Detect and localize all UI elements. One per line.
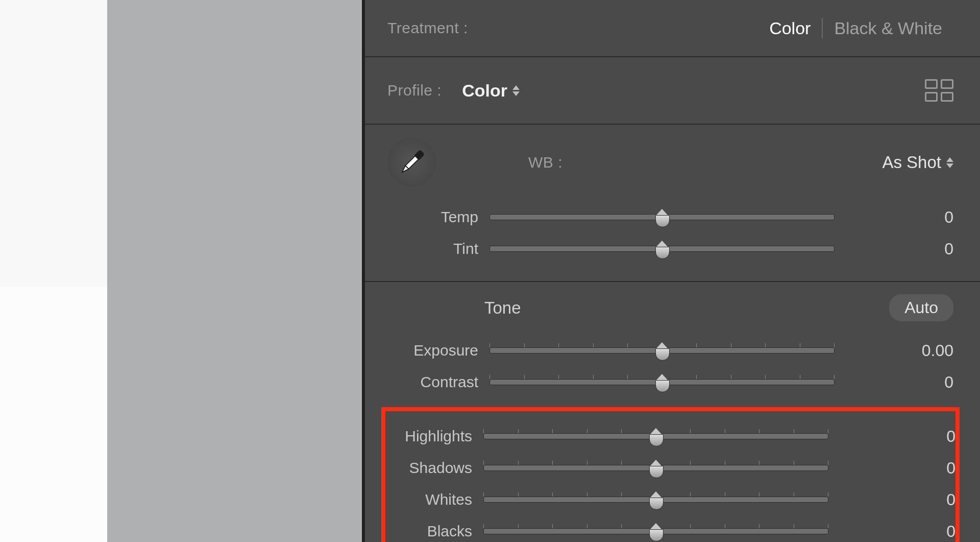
wb-preset-value: As Shot (882, 153, 941, 172)
temp-slider[interactable] (489, 214, 835, 220)
wb-label: WB : (528, 154, 562, 171)
svg-rect-1 (405, 156, 418, 169)
shadows-slider-handle[interactable] (649, 460, 663, 477)
tint-slider-row: Tint 0 (387, 233, 953, 265)
temp-slider-row: Temp 0 (387, 201, 953, 233)
whites-slider-handle[interactable] (649, 491, 663, 509)
highlights-slider-handle[interactable] (649, 428, 663, 445)
image-canvas[interactable] (0, 0, 365, 542)
blacks-label: Blacks (385, 523, 483, 540)
highlights-slider[interactable] (483, 433, 828, 439)
contrast-slider-handle[interactable] (655, 374, 669, 391)
shadows-label: Shadows (385, 459, 483, 477)
tone-section: Tone Auto Exposure 0.00 Contrast (365, 282, 980, 542)
exposure-slider-handle[interactable] (655, 342, 669, 360)
develop-panel: Treatment : Color Black & White Profile … (365, 0, 980, 542)
tint-value[interactable]: 0 (835, 240, 953, 258)
highlights-slider-row: Highlights 0 (385, 420, 955, 452)
shadows-value[interactable]: 0 (828, 459, 955, 478)
whites-slider[interactable] (483, 497, 828, 503)
whites-slider-row: Whites 0 (385, 484, 955, 515)
whites-value[interactable]: 0 (828, 490, 955, 509)
eyedropper-icon (394, 144, 430, 181)
treatment-color-button[interactable]: Color (758, 18, 822, 38)
exposure-slider-row: Exposure 0.00 (387, 335, 953, 366)
tint-slider-handle[interactable] (655, 241, 669, 258)
blacks-slider-handle[interactable] (649, 523, 663, 540)
profile-value: Color (462, 81, 507, 101)
profile-dropdown[interactable]: Color (462, 81, 520, 101)
treatment-bw-button[interactable]: Black & White (823, 18, 953, 38)
blacks-slider-row: Blacks 0 (385, 515, 955, 542)
profile-label: Profile : (387, 82, 442, 99)
contrast-slider-row: Contrast 0 (387, 366, 953, 398)
temp-label: Temp (387, 208, 489, 226)
tint-slider[interactable] (489, 246, 835, 252)
temp-value[interactable]: 0 (835, 208, 953, 227)
wb-eyedropper-tool[interactable] (387, 138, 436, 187)
tone-label: Tone (484, 298, 521, 318)
highlights-value[interactable]: 0 (828, 427, 955, 446)
profile-browser-icon[interactable] (925, 79, 953, 102)
exposure-slider[interactable] (489, 347, 835, 354)
blacks-slider[interactable] (483, 528, 828, 534)
shadows-slider[interactable] (483, 465, 828, 471)
app-frame: Treatment : Color Black & White Profile … (0, 0, 980, 542)
tone-auto-button[interactable]: Auto (889, 294, 953, 321)
treatment-label: Treatment : (387, 19, 468, 37)
wb-section: WB : As Shot Temp 0 Tint (365, 125, 980, 282)
updown-icon (512, 85, 520, 96)
tone-range-highlight-box: Highlights 0 Shadows 0 (381, 407, 960, 542)
blacks-value[interactable]: 0 (828, 522, 955, 541)
updown-icon (946, 157, 953, 168)
shadows-slider-row: Shadows 0 (385, 452, 955, 484)
contrast-value[interactable]: 0 (835, 373, 953, 392)
temp-slider-handle[interactable] (655, 209, 669, 226)
exposure-value[interactable]: 0.00 (835, 341, 953, 360)
contrast-slider[interactable] (489, 379, 835, 385)
whites-label: Whites (385, 491, 483, 508)
image-preview (0, 0, 107, 542)
wb-preset-dropdown[interactable]: As Shot (882, 153, 953, 172)
highlights-label: Highlights (385, 428, 483, 445)
exposure-label: Exposure (387, 342, 489, 359)
profile-section: Profile : Color (365, 57, 980, 125)
tint-label: Tint (387, 240, 489, 257)
contrast-label: Contrast (387, 373, 489, 391)
treatment-section: Treatment : Color Black & White (365, 0, 980, 57)
